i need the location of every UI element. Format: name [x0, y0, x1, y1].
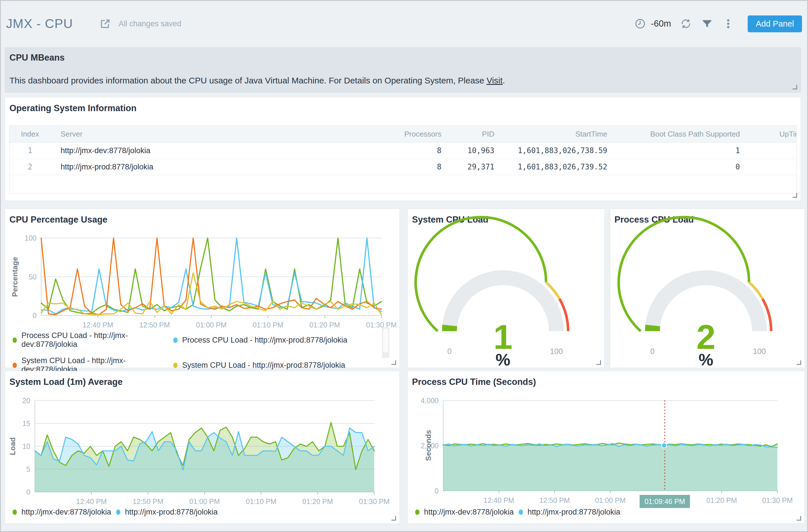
panel-title: Process CPU Time (Seconds): [412, 377, 536, 387]
panel-resize-handle[interactable]: [796, 516, 801, 520]
y-tick-label: 10: [22, 442, 30, 450]
panel-resize-handle[interactable]: [391, 516, 396, 520]
table-body: 1http://jmx-dev:8778/jolokia810,9631,601…: [10, 142, 796, 175]
panel-resize-handle[interactable]: [391, 360, 396, 365]
x-tick-label: 01:30 PM: [366, 321, 397, 329]
y-tick-label: 4,000: [421, 397, 439, 404]
y-tick-label: 0: [26, 488, 30, 496]
column-header[interactable]: UpTime (Hours): [745, 126, 796, 142]
share-icon[interactable]: [99, 18, 111, 30]
dashboard-header: JMX - CPU All changes saved -60m: [1, 1, 807, 46]
header-actions: -60m Add Panel: [634, 15, 802, 32]
x-tick-label: 01:10 PM: [253, 321, 283, 329]
gauge-max-label: 100: [753, 347, 766, 356]
clock-icon[interactable]: [634, 17, 646, 30]
gauge-unit-label: %: [698, 350, 713, 368]
column-header[interactable]: Processors: [341, 126, 445, 142]
panel-resize-handle[interactable]: [596, 360, 601, 365]
table-cell: 29,371: [445, 159, 498, 175]
table-cell: 0: [612, 159, 745, 175]
process-cpu-load-gauge[interactable]: 2 0 100 %: [610, 209, 805, 368]
chart-legend: http://jmx-dev:8778/jolokiahttp://jmx-pr…: [13, 508, 218, 517]
y-tick-label: 20: [22, 397, 30, 404]
y-tick-label: 2,000: [421, 442, 439, 450]
legend-swatch-icon: [173, 338, 178, 343]
legend-item[interactable]: http://jmx-prod:8778/jolokia: [116, 508, 218, 517]
table-cell: http://jmx-prod:8778/jolokia: [51, 159, 341, 175]
panel-title: System Load (1m) Average: [10, 377, 123, 387]
y-tick-label: 100: [24, 234, 37, 242]
series-line: [41, 238, 381, 314]
system-load-average-chart[interactable]: 0510152012:40 PM12:50 PM01:00 PM01:10 PM…: [5, 388, 400, 508]
panel-title: CPU Percentage Usage: [10, 214, 108, 225]
x-tick-label: 12:50 PM: [139, 321, 170, 329]
legend-item[interactable]: Process CPU Load - http://jmx-prod:8778/…: [173, 331, 347, 349]
legend-scrollbar[interactable]: [382, 327, 389, 358]
x-tick-label: 12:40 PM: [82, 321, 113, 329]
table-cell: 0.21: [745, 159, 796, 175]
legend-item[interactable]: http://jmx-dev:8778/jolokia: [13, 508, 116, 517]
panel-cpu-percentage-usage: CPU Percentage Usage Percentage 05010012…: [5, 209, 400, 368]
save-status: All changes saved: [119, 19, 181, 28]
panel-title: CPU MBeans: [10, 53, 65, 63]
table-cell: http://jmx-dev:8778/jolokia: [51, 142, 341, 159]
table-row[interactable]: 2http://jmx-prod:8778/jolokia829,3711,60…: [10, 159, 796, 175]
filter-icon[interactable]: [701, 17, 713, 30]
x-tick-label: 01:30 PM: [762, 496, 793, 504]
legend-swatch-icon: [13, 338, 17, 343]
gauge-unit-label: %: [495, 350, 510, 368]
panel-system-load-average: System Load (1m) Average Load 0510152012…: [5, 371, 400, 524]
text-panel-cpu-mbeans: CPU MBeans This dashboard provides infor…: [5, 48, 801, 93]
legend-label: http://jmx-prod:8778/jolokia: [125, 508, 218, 517]
add-panel-button[interactable]: Add Panel: [748, 15, 802, 32]
legend-label: System CPU Load - http://jmx-prod:8778/j…: [182, 361, 345, 370]
os-information-table: IndexServerProcessorsPIDStartTimeBoot Cl…: [9, 126, 796, 194]
system-cpu-load-gauge[interactable]: 1 0 100 %: [408, 209, 605, 368]
panel-system-cpu-load: System CPU Load 1 0 100 %: [407, 209, 605, 368]
x-tick-label: 01:20 PM: [302, 497, 333, 506]
table-cell: 1,601,883,026,738.59: [498, 142, 612, 159]
refresh-icon[interactable]: [680, 17, 692, 30]
column-header[interactable]: PID: [445, 126, 498, 142]
cpu-percentage-usage-chart[interactable]: 05010012:40 PM12:50 PM01:00 PM01:10 PM01…: [5, 226, 400, 331]
x-tick-label: 01:20 PM: [706, 496, 737, 504]
table-cell: 0.2: [745, 142, 796, 159]
chart-legend: Process CPU Load - http://jmx-dev:8778/j…: [13, 331, 347, 374]
legend-swatch-icon: [13, 363, 17, 368]
time-range-selector[interactable]: -60m: [651, 19, 671, 29]
series-line: [41, 238, 381, 315]
legend-label: http://jmx-dev:8778/jolokia: [21, 508, 111, 517]
gauge-value-indicator: [653, 325, 653, 331]
kebab-menu-icon[interactable]: [722, 17, 735, 30]
x-tick-label: 01:30 PM: [359, 497, 389, 506]
table-row[interactable]: 1http://jmx-dev:8778/jolokia810,9631,601…: [10, 142, 796, 159]
table-cell: 10,963: [445, 142, 498, 159]
panel-resize-handle[interactable]: [793, 85, 797, 90]
x-tick-label: 12:50 PM: [539, 496, 570, 504]
legend-item[interactable]: Process CPU Load - http://jmx-dev:8778/j…: [13, 331, 173, 349]
panel-resize-handle[interactable]: [796, 360, 801, 365]
x-tick-label: 01:20 PM: [309, 321, 340, 329]
legend-item[interactable]: http://jmx-prod:8778/jolokia: [519, 508, 620, 517]
column-header[interactable]: Boot Class Path Supported: [612, 126, 745, 142]
legend-swatch-icon: [116, 509, 121, 515]
table-cell: 8: [341, 159, 445, 175]
dashboard-page: JMX - CPU All changes saved -60m: [0, 0, 808, 532]
visit-link[interactable]: Visit: [486, 76, 503, 85]
x-tick-label: 01:00 PM: [189, 497, 220, 506]
legend-swatch-icon: [13, 509, 17, 515]
process-cpu-time-chart[interactable]: 02,0004,00012:40 PM12:50 PM01:00 PM01:20…: [408, 388, 805, 509]
column-header[interactable]: Server: [51, 126, 341, 142]
table-cell: 1,601,883,026,739.52: [498, 159, 612, 175]
column-header[interactable]: Index: [10, 126, 51, 142]
legend-item[interactable]: http://jmx-dev:8778/jolokia: [415, 508, 519, 517]
table-panel-os-information: Operating System Information IndexServer…: [5, 97, 801, 201]
gauge-range-arc: [619, 217, 749, 331]
chart-legend: http://jmx-dev:8778/jolokiahttp://jmx-pr…: [415, 508, 620, 517]
scrollbar-thumb[interactable]: [383, 328, 389, 353]
column-header[interactable]: StartTime: [498, 126, 612, 142]
gauge-min-label: 0: [650, 347, 655, 356]
table-header: IndexServerProcessorsPIDStartTimeBoot Cl…: [10, 126, 796, 142]
x-tick-label: 01:00 PM: [196, 321, 226, 329]
panel-resize-handle[interactable]: [793, 193, 797, 198]
